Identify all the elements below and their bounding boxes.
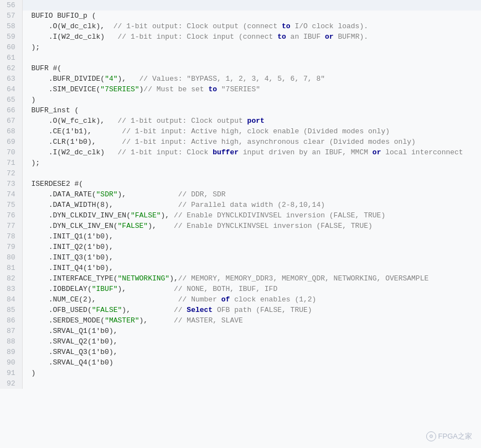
line-number: 66: [0, 105, 22, 116]
line-number: 87: [0, 326, 22, 336]
line-number: 77: [0, 221, 22, 231]
line-number: 63: [0, 74, 22, 84]
code-line: .O(W_fc_clk), // 1-bit output: Clock out…: [22, 116, 481, 126]
watermark: ⚙ FPGA之家: [426, 431, 472, 441]
code-line: [22, 168, 481, 179]
line-number: 58: [0, 21, 22, 32]
code-line: [22, 53, 481, 63]
line-number: 67: [0, 116, 22, 126]
line-number: 64: [0, 84, 22, 95]
line-number: 84: [0, 294, 22, 305]
code-line: .OFB_USED("FALSE"), // Select OFB path (…: [22, 305, 481, 315]
code-line: .CE(1'b1), // 1-bit input: Active high, …: [22, 126, 481, 137]
line-number: 90: [0, 357, 22, 368]
line-number: 81: [0, 263, 22, 273]
line-number: 70: [0, 147, 22, 158]
line-number: 78: [0, 231, 22, 242]
table-row: 83 .IOBDELAY("IBUF"), // NONE, BOTH, IBU…: [0, 284, 481, 294]
table-row: 92: [0, 378, 481, 389]
code-line: .DATA_WIDTH(8), // Parallel data width (…: [22, 200, 481, 210]
table-row: 91): [0, 368, 481, 378]
code-line: ): [22, 368, 481, 378]
line-number: 88: [0, 336, 22, 347]
code-line: .DYN_CLK_INV_EN("FALSE"), // Enable DYNC…: [22, 221, 481, 231]
line-number: 76: [0, 210, 22, 221]
code-line: .I(W2_dc_clk) // 1-bit input: Clock buff…: [22, 147, 481, 158]
code-line: .SRVAL_Q4(1'b0): [22, 357, 481, 368]
line-number: 56: [0, 0, 22, 11]
line-number: 83: [0, 284, 22, 294]
line-number: 57: [0, 11, 22, 21]
line-number: 61: [0, 53, 22, 63]
code-line: .INTERFACE_TYPE("NETWORKING"),// MEMORY,…: [22, 273, 481, 284]
code-line: .SRVAL_Q1(1'b0),: [22, 326, 481, 336]
table-row: 56: [0, 0, 481, 11]
table-row: 61: [0, 53, 481, 63]
line-number: 60: [0, 42, 22, 53]
table-row: 62BUFR #(: [0, 63, 481, 74]
table-row: 67 .O(W_fc_clk), // 1-bit output: Clock …: [0, 116, 481, 126]
code-line: .O(W_dc_clk), // 1-bit output: Clock out…: [22, 21, 481, 32]
line-number: 79: [0, 242, 22, 252]
table-row: 88 .SRVAL_Q2(1'b0),: [0, 336, 481, 347]
table-row: 89 .SRVAL_Q3(1'b0),: [0, 347, 481, 357]
code-line: .INIT_Q1(1'b0),: [22, 231, 481, 242]
table-row: 80 .INIT_Q3(1'b0),: [0, 252, 481, 263]
table-row: 84 .NUM_CE(2), // Number of clock enable…: [0, 294, 481, 305]
code-editor: 56 57BUFIO BUFIO_p (58 .O(W_dc_clk), // …: [0, 0, 481, 448]
table-row: 60);: [0, 42, 481, 53]
table-row: 63 .BUFR_DIVIDE("4"), // Values: "BYPASS…: [0, 74, 481, 84]
table-row: 77 .DYN_CLK_INV_EN("FALSE"), // Enable D…: [0, 221, 481, 231]
table-row: 69 .CLR(1'b0), // 1-bit input: Active hi…: [0, 137, 481, 147]
line-number: 85: [0, 305, 22, 315]
line-number: 92: [0, 378, 22, 389]
code-line: BUFIO BUFIO_p (: [22, 11, 481, 21]
code-line: );: [22, 42, 481, 53]
code-line: .BUFR_DIVIDE("4"), // Values: "BYPASS, 1…: [22, 74, 481, 84]
table-row: 85 .OFB_USED("FALSE"), // Select OFB pat…: [0, 305, 481, 315]
line-number: 72: [0, 168, 22, 179]
table-row: 90 .SRVAL_Q4(1'b0): [0, 357, 481, 368]
code-line: .SRVAL_Q2(1'b0),: [22, 336, 481, 347]
watermark-text: FPGA之家: [438, 431, 472, 441]
code-line: BUFR #(: [22, 63, 481, 74]
table-row: 81 .INIT_Q4(1'b0),: [0, 263, 481, 273]
line-number: 82: [0, 273, 22, 284]
table-row: 71);: [0, 158, 481, 168]
line-number: 91: [0, 368, 22, 378]
code-line: .DATA_RATE("SDR"), // DDR, SDR: [22, 189, 481, 200]
line-number: 73: [0, 179, 22, 189]
line-number: 89: [0, 347, 22, 357]
table-row: 82 .INTERFACE_TYPE("NETWORKING"),// MEMO…: [0, 273, 481, 284]
watermark-icon: ⚙: [426, 431, 436, 441]
line-number: 86: [0, 315, 22, 326]
code-line: .INIT_Q2(1'b0),: [22, 242, 481, 252]
code-line: .DYN_CLKDIV_INV_EN("FALSE"), // Enable D…: [22, 210, 481, 221]
code-line: .CLR(1'b0), // 1-bit input: Active high,…: [22, 137, 481, 147]
table-row: 72: [0, 168, 481, 179]
table-row: 65): [0, 95, 481, 105]
table-row: 78 .INIT_Q1(1'b0),: [0, 231, 481, 242]
table-row: 58 .O(W_dc_clk), // 1-bit output: Clock …: [0, 21, 481, 32]
table-row: 73ISERDESE2 #(: [0, 179, 481, 189]
line-number: 74: [0, 189, 22, 200]
table-row: 70 .I(W2_dc_clk) // 1-bit input: Clock b…: [0, 147, 481, 158]
code-line: );: [22, 158, 481, 168]
line-number: 59: [0, 32, 22, 42]
code-table: 56 57BUFIO BUFIO_p (58 .O(W_dc_clk), // …: [0, 0, 481, 389]
table-row: 68 .CE(1'b1), // 1-bit input: Active hig…: [0, 126, 481, 137]
code-line: .NUM_CE(2), // Number of clock enables (…: [22, 294, 481, 305]
code-line: .SIM_DEVICE("7SERIES")// Must be set to …: [22, 84, 481, 95]
line-number: 65: [0, 95, 22, 105]
code-line: .SERDES_MODE("MASTER"), // MASTER, SLAVE: [22, 315, 481, 326]
code-line: [22, 0, 481, 11]
table-row: 75 .DATA_WIDTH(8), // Parallel data widt…: [0, 200, 481, 210]
table-row: 86 .SERDES_MODE("MASTER"), // MASTER, SL…: [0, 315, 481, 326]
table-row: 59 .I(W2_dc_clk) // 1-bit input: Clock i…: [0, 32, 481, 42]
code-line: ISERDESE2 #(: [22, 179, 481, 189]
line-number: 71: [0, 158, 22, 168]
table-row: 76 .DYN_CLKDIV_INV_EN("FALSE"), // Enabl…: [0, 210, 481, 221]
line-number: 80: [0, 252, 22, 263]
code-line: [22, 378, 481, 389]
line-number: 62: [0, 63, 22, 74]
